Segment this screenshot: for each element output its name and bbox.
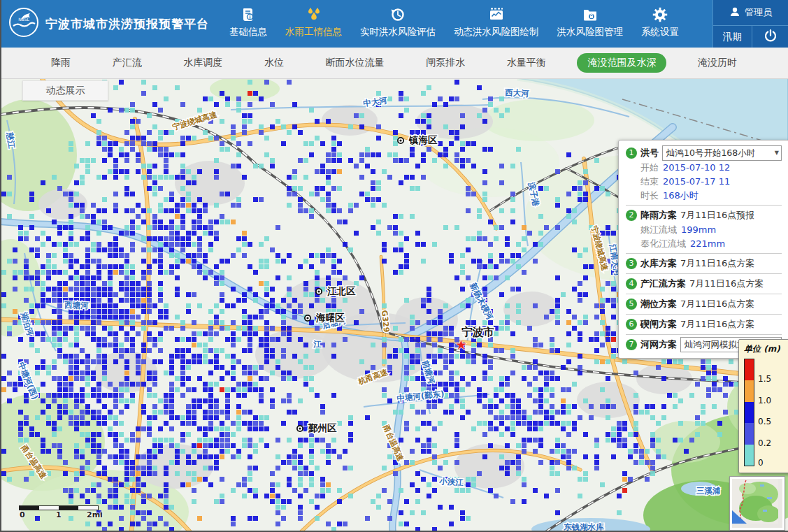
brand: NBSL 宁波市城市洪涝预报预警平台	[0, 0, 216, 48]
scale-tick: 2mi	[87, 510, 103, 519]
section-value: 7月11日16点方案	[680, 256, 754, 271]
section-title: 降雨方案	[640, 208, 677, 223]
nav-item-label: 基础信息	[229, 26, 267, 38]
legend-title: 单位 (m)	[744, 343, 788, 355]
user-menu[interactable]: 管理员	[713, 0, 788, 26]
tab-4[interactable]: 水位	[254, 53, 294, 73]
panel-section-header: 5潮位方案7月11日16点方案	[626, 296, 782, 312]
section-value: 7月11日16点方案	[689, 276, 764, 292]
river-label: 小浃江	[438, 476, 464, 487]
nav-item-label: 实时洪水风险评估	[360, 26, 436, 38]
legend-segment	[745, 445, 754, 466]
section-title: 河网方案	[640, 337, 677, 352]
tab-7[interactable]: 水量平衡	[496, 53, 557, 73]
page-title: 宁波市城市洪涝预报预警平台	[45, 16, 209, 32]
window-edge	[0, 0, 1, 532]
step-number-badge: 2	[626, 210, 637, 221]
detail-row: 姚江流域199mm	[626, 223, 782, 237]
tab-1[interactable]: 降雨	[41, 53, 81, 73]
city-label: 鄞州区	[308, 422, 337, 433]
realtime-clock-icon	[390, 5, 406, 24]
section-value: 7月11日16点方案	[680, 296, 754, 312]
info-doc-icon: i	[241, 5, 256, 24]
panel-section-6: 6碶闸方案7月11日16点方案	[626, 317, 782, 332]
svg-text:i: i	[249, 15, 250, 20]
river-label: 江	[313, 339, 322, 349]
tab-2[interactable]: 产汇流	[102, 53, 152, 73]
nav-item-info-doc[interactable]: i基础信息	[220, 5, 276, 48]
panel-section-header: 2降雨方案7月11日16点预报	[626, 208, 782, 223]
panel-section-3: 3水库方案7月11日16点方案	[626, 256, 782, 271]
panel-section-header: 1洪号灿鸿10号开始168小时▼	[626, 145, 782, 161]
detail-row: 奉化江流域221mm	[626, 237, 782, 251]
user-icon	[729, 6, 740, 20]
main-nav: i基础信息水雨工情信息实时洪水风险评估动态洪水风险图绘制洪水风险图管理系统设置	[220, 0, 712, 48]
row-value: 2015-07-17 11	[663, 175, 730, 189]
step-number-badge: 3	[626, 258, 637, 269]
flood-info-panel: 1洪号灿鸿10号开始168小时▼开始2015-07-10 12结束2015-07…	[618, 140, 788, 359]
river-label: 三溪浦	[696, 486, 721, 496]
tab-9[interactable]: 淹没历时	[687, 53, 747, 73]
legend-color-bar	[744, 359, 754, 466]
platform-logo: NBSL	[8, 7, 39, 41]
panel-section-header: 6碶闸方案7月11日16点方案	[626, 317, 782, 332]
nav-item-label: 水雨工情信息	[285, 26, 342, 38]
overview-minimap[interactable]	[730, 477, 785, 530]
legend-segment	[745, 359, 754, 380]
detail-row: 时长168小时	[626, 189, 782, 203]
separator	[626, 334, 782, 335]
separator	[626, 205, 782, 206]
season-toggle[interactable]: 汛期	[713, 26, 752, 48]
row-label: 结束	[640, 175, 659, 189]
nav-item-folder-lock[interactable]: 洪水风险图管理	[548, 5, 633, 48]
river-label: 西塘河	[64, 300, 89, 310]
section-title: 水库方案	[640, 256, 677, 271]
legend-segment	[745, 402, 754, 423]
separator	[626, 294, 782, 294]
section-value: 7月11日16点方案	[680, 317, 754, 332]
city-label: 江北区	[327, 285, 356, 296]
top-bar: NBSL 宁波市城市洪涝预报预警平台 i基础信息水雨工情信息实时洪水风险评估动态…	[0, 0, 788, 48]
flood-number-select[interactable]: 灿鸿10号开始168小时▼	[662, 145, 782, 161]
tab-5[interactable]: 断面水位流量	[315, 53, 395, 73]
panel-section-2: 2降雨方案7月11日16点预报姚江流域199mm奉化江流域221mm	[626, 208, 782, 251]
legend-tick: 0.2	[758, 438, 771, 448]
step-number-badge: 5	[626, 299, 637, 310]
scale-tick: 1	[56, 510, 62, 519]
nav-item-gear[interactable]: 系统设置	[632, 5, 688, 48]
step-number-badge: 7	[626, 339, 637, 350]
nav-item-water-drops[interactable]: 水雨工情信息	[276, 5, 351, 48]
nav-item-label: 系统设置	[641, 26, 679, 38]
logout-button[interactable]	[752, 26, 788, 48]
separator	[626, 253, 782, 254]
legend-segment	[745, 423, 754, 444]
row-label: 奉化江流域	[640, 237, 686, 251]
tab-3[interactable]: 水库调度	[173, 53, 233, 73]
nav-item-dynamic-chart[interactable]: 动态洪水风险图绘制	[445, 5, 548, 48]
step-number-badge: 4	[626, 278, 637, 289]
row-value: 221mm	[690, 237, 725, 251]
top-right-block: 管理员 汛期	[712, 0, 788, 48]
city-label: 镇海区	[408, 134, 438, 145]
section-title: 潮位方案	[640, 296, 677, 312]
panel-section-1: 1洪号灿鸿10号开始168小时▼开始2015-07-10 12结束2015-07…	[626, 145, 782, 203]
row-label: 姚江流域	[640, 223, 677, 237]
map-viewport[interactable]: 中大河西大河滨子港甬江江南大河新杨木碶河后塘河西塘河湖泊河中塘河(西)江前塘河中…	[0, 78, 788, 532]
tab-8[interactable]: 淹没范围及水深	[577, 53, 666, 73]
section-title: 洪号	[640, 145, 659, 161]
animate-button[interactable]: 动态展示	[22, 80, 108, 101]
tab-6[interactable]: 闸泵排水	[415, 53, 475, 73]
row-value: 199mm	[681, 223, 716, 237]
detail-row: 结束2015-07-17 11	[626, 175, 782, 189]
separator	[626, 314, 782, 315]
row-label: 开始	[640, 161, 659, 175]
nav-item-label: 动态洪水风险图绘制	[454, 26, 539, 38]
folder-lock-icon	[582, 5, 598, 24]
panel-section-header: 3水库方案7月11日16点方案	[626, 256, 782, 271]
nav-item-realtime-clock[interactable]: 实时洪水风险评估	[351, 5, 445, 48]
legend-tick: 0.5	[758, 417, 771, 426]
detail-row: 开始2015-07-10 12	[626, 161, 782, 175]
step-number-badge: 1	[626, 148, 637, 159]
section-title: 碶闸方案	[640, 317, 677, 332]
legend-tick: 1.5	[758, 374, 771, 384]
